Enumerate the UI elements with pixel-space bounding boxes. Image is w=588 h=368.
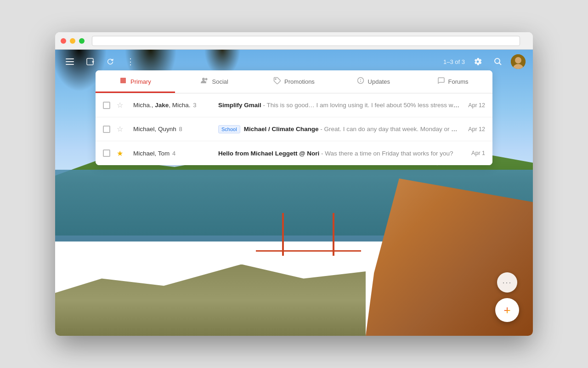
refresh-button[interactable]: [103, 54, 118, 69]
svg-point-11: [275, 79, 276, 80]
tab-bar: Primary Social: [96, 70, 492, 93]
email-panel: Primary Social: [96, 70, 492, 165]
star-button-1[interactable]: ☆: [117, 101, 128, 109]
email-list: ☆ Micha., Jake, Micha. 3 Simplify Gmail …: [96, 93, 492, 165]
select-button[interactable]: ▾: [83, 54, 97, 69]
info-icon: [357, 77, 364, 86]
close-button[interactable]: [61, 38, 66, 44]
subject-text-3: Hello from Michael Leggett @ Nori - Was …: [218, 150, 453, 157]
school-badge: School: [218, 125, 240, 133]
email-date-1: Apr 12: [468, 102, 485, 109]
bridge-tower-right: [333, 213, 334, 256]
svg-rect-1: [66, 61, 74, 62]
tab-social-label: Social: [212, 78, 228, 85]
titlebar: [55, 32, 533, 50]
bg-beach: [55, 264, 366, 336]
tab-updates-label: Updates: [368, 78, 390, 85]
url-bar[interactable]: [92, 36, 520, 46]
subject-text-1: Simplify Gmail - This is so good… I am l…: [218, 102, 461, 109]
star-button-3[interactable]: ★: [117, 149, 128, 158]
svg-point-4: [495, 58, 500, 63]
email-subject-2: School Michael / Climate Change - Great.…: [218, 125, 461, 133]
settings-button[interactable]: [470, 54, 485, 69]
chat-icon: [437, 77, 445, 86]
tab-social[interactable]: Social: [175, 70, 254, 93]
tab-promotions-label: Promotions: [284, 78, 315, 85]
avatar[interactable]: [511, 54, 526, 69]
sender-1: Micha., Jake, Micha. 3: [133, 102, 218, 109]
tab-forums-label: Forums: [448, 78, 469, 85]
checkbox-area-3: [103, 150, 114, 157]
inbox-icon: [119, 77, 127, 86]
table-row[interactable]: ☆ Michael, Quynh 8 School Michael / Clim…: [96, 117, 492, 141]
app-window: ▾ ⋮ 1–3 of 3: [55, 32, 533, 336]
tab-promotions[interactable]: Promotions: [254, 70, 334, 93]
bridge-deck: [256, 250, 361, 252]
email-checkbox-1[interactable]: [103, 102, 110, 109]
email-subject-3: Hello from Michael Leggett @ Nori - Was …: [218, 150, 464, 157]
traffic-lights: [61, 38, 85, 44]
minimize-button[interactable]: [70, 38, 75, 44]
tab-primary-label: Primary: [130, 78, 151, 85]
sender-2: Michael, Quynh 8: [133, 126, 218, 132]
tab-forums[interactable]: Forums: [413, 70, 492, 93]
table-row[interactable]: ☆ Micha., Jake, Micha. 3 Simplify Gmail …: [96, 93, 492, 117]
sender-3: Michael, Tom 4: [133, 150, 218, 157]
star-button-2[interactable]: ☆: [117, 125, 128, 133]
email-date-2: Apr 12: [468, 126, 485, 132]
tag-icon: [273, 77, 281, 86]
fab-container: ··· +: [495, 272, 519, 322]
svg-point-9: [202, 78, 205, 80]
svg-point-12: [357, 78, 363, 84]
svg-point-10: [205, 78, 208, 80]
pagination: 1–3 of 3: [443, 58, 465, 65]
compose-button[interactable]: +: [495, 298, 519, 322]
table-row[interactable]: ★ Michael, Tom 4 Hello from Michael Legg…: [96, 141, 492, 165]
more-button[interactable]: ⋮: [123, 54, 138, 69]
checkbox-area-1: [103, 102, 114, 109]
compose-icon: +: [503, 303, 510, 317]
people-icon: [201, 77, 208, 86]
tab-updates[interactable]: Updates: [334, 70, 413, 93]
bridge-tower-left: [282, 213, 284, 256]
menu-button[interactable]: [62, 54, 77, 69]
bg-bridge: [256, 213, 361, 256]
tab-primary[interactable]: Primary: [96, 70, 175, 93]
search-button[interactable]: [491, 54, 505, 69]
more-actions-button[interactable]: ···: [497, 272, 517, 293]
svg-rect-2: [66, 64, 74, 65]
email-checkbox-2[interactable]: [103, 126, 110, 133]
checkbox-area-2: [103, 126, 114, 133]
main-content: ▾ ⋮ 1–3 of 3: [55, 50, 533, 336]
maximize-button[interactable]: [79, 38, 85, 44]
svg-point-7: [515, 57, 521, 63]
subject-text-2: Michael / Climate Change - Great. I can …: [244, 126, 461, 132]
email-subject-1: Simplify Gmail - This is so good… I am l…: [218, 102, 461, 109]
svg-rect-0: [66, 58, 74, 59]
email-date-3: Apr 1: [471, 150, 485, 156]
email-checkbox-3[interactable]: [103, 150, 110, 157]
toolbar-right: 1–3 of 3: [443, 54, 526, 69]
svg-line-5: [499, 63, 502, 65]
